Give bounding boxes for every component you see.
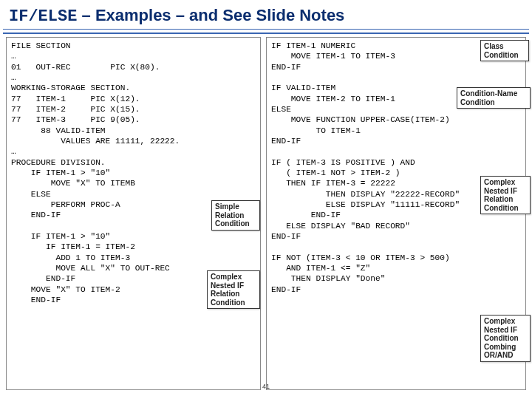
title-keyword: IF/ELSE — [9, 7, 77, 26]
label-complex-combo-or-and: Complex Nested IF Condition Combing OR/A… — [480, 315, 531, 362]
label-simple-relation: Simple Relation Condition — [211, 200, 260, 231]
label-class-condition: Class Condition — [480, 40, 529, 61]
label-complex-nested-relation: Complex Nested IF Relation Condition — [207, 270, 260, 309]
label-complex-nested-if-relation: Complex Nested IF Relation Condition — [480, 176, 531, 214]
title-text: – Examples – and See Slide Notes — [77, 6, 344, 24]
slide-title: IF/ELSE – Examples – and See Slide Notes — [0, 0, 532, 29]
page-number: 41 — [262, 383, 270, 390]
content-area: FILE SECTION … 01 OUT-REC PIC X(80). … W… — [6, 34, 526, 392]
label-condition-name: Condition-Name Condition — [457, 87, 531, 109]
left-code-block: FILE SECTION … 01 OUT-REC PIC X(80). … W… — [11, 41, 256, 305]
title-underline — [3, 29, 529, 34]
right-code-block: IF ITEM-1 NUMERIC MOVE ITEM-1 TO ITEM-3 … — [271, 41, 521, 295]
slide: IF/ELSE – Examples – and See Slide Notes… — [0, 0, 532, 399]
